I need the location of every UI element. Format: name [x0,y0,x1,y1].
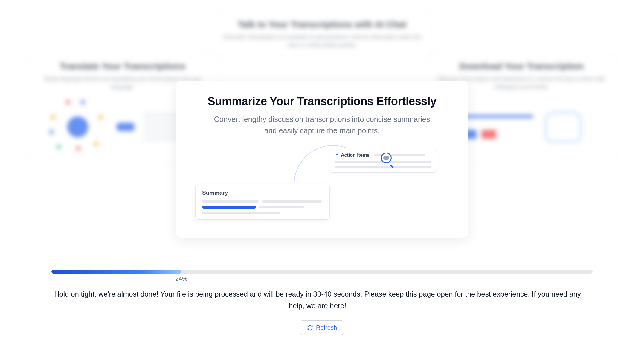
main-card-subtitle: Convert lengthy discussion transcription… [208,114,436,136]
placeholder-line [202,212,280,214]
refresh-icon [307,325,313,331]
sparkle-icon [335,153,339,157]
magnifier-icon [381,153,395,166]
summary-illustration: Action Items Summary [192,148,452,220]
summary-card: Summary [195,184,330,220]
placeholder-line [259,206,304,208]
main-card-title: Summarize Your Transcriptions Effortless… [192,95,452,108]
bg-card-ai-chat: Talk to Your Transcriptions with AI Chat… [210,12,434,57]
bg-card-title: Translate Your Transcriptions [34,61,211,71]
action-items-label: Action Items [341,153,370,158]
bg-card-subtitle: Chat with Transkriptor's AI assistant to… [217,33,427,49]
placeholder-line [262,200,322,203]
feature-carousel: Talk to Your Transcriptions with AI Chat… [0,0,644,254]
action-items-card: Action Items [329,148,437,173]
highlight-line [202,206,256,209]
refresh-label: Refresh [316,324,337,331]
progress-percent-label: 24% [175,275,187,282]
progress-message: Hold on tight, we're almost done! Your f… [51,288,584,311]
progress-section: 24% Hold on tight, we're almost done! Yo… [51,270,593,335]
progress-bar [51,270,593,274]
refresh-button[interactable]: Refresh [300,320,344,335]
main-feature-card: Summarize Your Transcriptions Effortless… [176,81,468,238]
bg-card-title: Talk to Your Transcriptions with AI Chat [217,19,427,30]
summary-label: Summary [202,190,323,196]
progress-bar-fill [51,270,181,274]
placeholder-line [202,200,259,203]
bg-card-title: Download Your Transcription [433,61,610,71]
